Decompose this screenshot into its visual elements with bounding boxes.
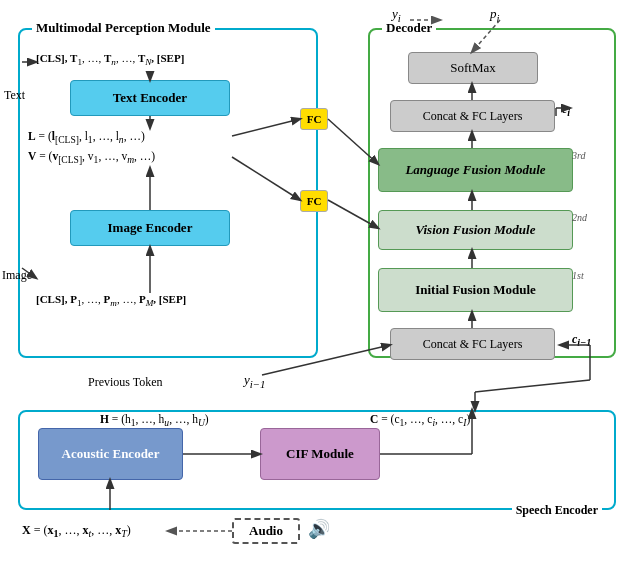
acoustic-encoder-label: Acoustic Encoder [62, 446, 160, 462]
ord3-label: 3rd [572, 150, 586, 161]
image-input-tokens: [CLS], P1, …, Pm, …, PM, [SEP] [36, 293, 186, 308]
text-input-tokens: [CLS], T1, …, Tn, …, TN, [SEP] [36, 52, 184, 67]
concat-fc-bottom-label: Concat & FC Layers [423, 337, 523, 352]
ord2-label: 2nd [572, 212, 587, 223]
v-vector-label: V = (v[CLS], v1, …, vm, …) [28, 150, 155, 165]
pi-top-label: pi [490, 6, 500, 24]
fc-badge-1: FC [300, 108, 328, 130]
concat-fc-top-block: Concat & FC Layers [390, 100, 555, 132]
ord1-label: 1st [572, 270, 584, 281]
cif-module-block: CIF Module [260, 428, 380, 480]
fc-badge-2: FC [300, 190, 328, 212]
initial-fusion-label: Initial Fusion Module [415, 282, 536, 298]
x-vector-label: X = (x1, …, xt, …, xT) [22, 523, 131, 539]
lang-fusion-label: Language Fusion Module [405, 162, 545, 178]
prev-token-label: Previous Token [88, 375, 163, 390]
softmax-block: SoftMax [408, 52, 538, 84]
cif-module-label: CIF Module [286, 446, 354, 462]
acoustic-encoder-block: Acoustic Encoder [38, 428, 183, 480]
speaker-icon: 🔊 [308, 518, 330, 540]
ci-label: ci [562, 102, 570, 118]
vision-fusion-block: Vision Fusion Module [378, 210, 573, 250]
decoder-title: Decoder [382, 20, 436, 36]
h-vector-label: H = (h1, …, hu, …, hU) [100, 413, 209, 428]
audio-box: Audio [232, 518, 300, 544]
yi-minus1-label: yi−1 [244, 372, 266, 390]
vision-fusion-label: Vision Fusion Module [416, 222, 536, 238]
concat-fc-top-label: Concat & FC Layers [423, 109, 523, 124]
ci-minus1-label: ci−1 [572, 332, 591, 348]
multimodal-box: Multimodal Perception Module [18, 28, 318, 358]
c-vector-label: C = (c1, …, ci, …, cI) [370, 413, 470, 428]
concat-fc-bottom-block: Concat & FC Layers [390, 328, 555, 360]
yi-top-label: yi [392, 6, 401, 24]
diagram: Multimodal Perception Module Decoder Spe… [0, 0, 640, 561]
lang-fusion-block: Language Fusion Module [378, 148, 573, 192]
image-encoder-label: Image Encoder [108, 220, 193, 236]
audio-label: Audio [249, 523, 283, 539]
l-vector-label: L = (l[CLS], l1, …, ln, …) [28, 130, 145, 145]
image-side-label: Image [2, 268, 32, 283]
speech-encoder-title: Speech Encoder [512, 503, 602, 518]
multimodal-title: Multimodal Perception Module [32, 20, 215, 36]
text-encoder-label: Text Encoder [113, 90, 187, 106]
text-side-label: Text [4, 88, 25, 103]
initial-fusion-block: Initial Fusion Module [378, 268, 573, 312]
text-encoder-block: Text Encoder [70, 80, 230, 116]
softmax-label: SoftMax [450, 60, 496, 76]
svg-line-19 [475, 380, 590, 392]
image-encoder-block: Image Encoder [70, 210, 230, 246]
